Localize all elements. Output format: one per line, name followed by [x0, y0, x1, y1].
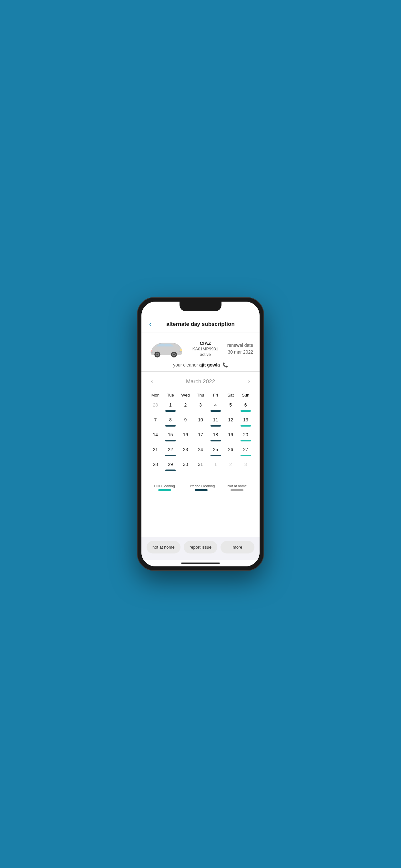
cal-day-num: 1 [214, 462, 217, 468]
cleaner-prefix: your cleaner [173, 362, 198, 368]
cal-day-num: 28 [153, 462, 158, 468]
car-image [148, 338, 183, 359]
cal-day[interactable]: 23 [178, 446, 193, 460]
cal-day[interactable]: 3 [238, 461, 253, 475]
cal-day[interactable]: 2 [223, 461, 238, 475]
cal-day-num: 2 [229, 462, 232, 468]
vehicle-info: CIAZ KA01MP9931 active [183, 340, 227, 357]
calendar-grid: Mon Tue Wed Thu Fri Sat Sun 281234567891… [148, 392, 253, 475]
svg-point-8 [180, 349, 182, 351]
more-button[interactable]: more [220, 541, 254, 554]
cal-day[interactable]: 7 [148, 416, 163, 430]
cal-day[interactable]: 28 [148, 461, 163, 475]
service-bar-exterior [165, 440, 176, 441]
calendar-row-0: 28123456 [148, 401, 253, 415]
cal-day-num: 31 [198, 462, 203, 468]
cal-day-num: 11 [213, 417, 218, 423]
renewal-label: renewal date [227, 342, 253, 349]
vehicle-status: active [183, 352, 227, 357]
legend-exterior-cleaning: Exterior Cleaning [188, 484, 215, 491]
not-at-home-button[interactable]: not at home [147, 541, 181, 554]
cal-day[interactable]: 13 [238, 416, 253, 430]
cal-day[interactable]: 24 [193, 446, 208, 460]
cal-day[interactable]: 11 [208, 416, 223, 430]
cal-day[interactable]: 28 [148, 401, 163, 415]
cal-day-num: 24 [198, 447, 203, 453]
cal-day[interactable]: 3 [193, 401, 208, 415]
cal-day-num: 18 [213, 432, 218, 438]
cal-day[interactable]: 6 [238, 401, 253, 415]
calendar-row-4: 28293031123 [148, 461, 253, 475]
cal-day[interactable]: 2 [178, 401, 193, 415]
cal-day[interactable]: 22 [163, 446, 178, 460]
svg-point-2 [157, 353, 158, 355]
month-title: March 2022 [186, 378, 215, 385]
cal-day[interactable]: 25 [208, 446, 223, 460]
day-header-sat: Sat [223, 392, 238, 399]
cal-day-num: 5 [229, 403, 232, 408]
cal-day[interactable]: 8 [163, 416, 178, 430]
cal-day-num: 9 [184, 417, 187, 423]
cal-day[interactable]: 15 [163, 431, 178, 445]
service-bar-exterior [211, 425, 221, 427]
day-header-wed: Wed [178, 392, 193, 399]
cal-day[interactable]: 1 [208, 461, 223, 475]
cal-day[interactable]: 21 [148, 446, 163, 460]
cal-day[interactable]: 26 [223, 446, 238, 460]
home-indicator [142, 560, 259, 566]
cal-day-num: 19 [228, 432, 233, 438]
service-bar-full [241, 440, 251, 441]
cal-day-num: 7 [154, 417, 157, 423]
cal-day[interactable]: 31 [193, 461, 208, 475]
cal-day[interactable]: 19 [223, 431, 238, 445]
cal-day[interactable]: 1 [163, 401, 178, 415]
phone-icon[interactable]: 📞 [222, 362, 228, 368]
legend-not-home-label: Not at home [227, 484, 247, 488]
prev-month-button[interactable]: ‹ [148, 377, 156, 386]
phone-screen: ‹ alternate day subscription [142, 302, 259, 566]
next-month-button[interactable]: › [245, 377, 253, 386]
back-button[interactable]: ‹ [147, 319, 154, 330]
car-svg [148, 338, 183, 359]
calendar-row-3: 21222324252627 [148, 446, 253, 460]
cal-day-num: 15 [168, 432, 173, 438]
legend-full-bar [158, 489, 171, 491]
svg-point-5 [173, 353, 175, 355]
calendar-row-2: 14151617181920 [148, 431, 253, 445]
service-bar-exterior [165, 425, 176, 427]
calendar-row-1: 78910111213 [148, 416, 253, 430]
service-bar-exterior [165, 410, 176, 412]
cleaner-row: your cleaner ajit gowla 📞 [173, 362, 228, 368]
cal-day[interactable]: 17 [193, 431, 208, 445]
renewal-date: 30 mar 2022 [227, 349, 253, 355]
page-title: alternate day subscription [166, 321, 235, 328]
bottom-actions: not at home report issue more [142, 537, 259, 560]
legend-exterior-bar [195, 489, 208, 491]
app-content: ‹ alternate day subscription [142, 316, 259, 566]
service-bar-full [241, 425, 251, 427]
phone-frame: ‹ alternate day subscription [137, 298, 264, 570]
cal-day[interactable]: 20 [238, 431, 253, 445]
calendar-section: ‹ March 2022 › Mon Tue Wed Thu Fri Sat S… [142, 372, 259, 537]
report-issue-button[interactable]: report issue [184, 541, 218, 554]
cal-day[interactable]: 10 [193, 416, 208, 430]
cal-day-num: 12 [228, 417, 233, 423]
legend-not-home-bar [230, 489, 243, 491]
cal-day[interactable]: 29 [163, 461, 178, 475]
cal-day[interactable]: 16 [178, 431, 193, 445]
cal-day[interactable]: 27 [238, 446, 253, 460]
cal-day[interactable]: 5 [223, 401, 238, 415]
calendar-header: ‹ March 2022 › [148, 377, 253, 386]
cal-day[interactable]: 9 [178, 416, 193, 430]
cal-day-num: 27 [243, 447, 248, 453]
cal-day[interactable]: 30 [178, 461, 193, 475]
cal-day[interactable]: 12 [223, 416, 238, 430]
cal-day-num: 4 [214, 403, 217, 408]
cal-day-num: 28 [153, 403, 158, 408]
cal-day-num: 30 [183, 462, 188, 468]
cal-day[interactable]: 14 [148, 431, 163, 445]
cal-day[interactable]: 4 [208, 401, 223, 415]
cal-day[interactable]: 18 [208, 431, 223, 445]
service-bar-full [241, 410, 251, 412]
renewal-info: renewal date 30 mar 2022 [227, 342, 253, 355]
